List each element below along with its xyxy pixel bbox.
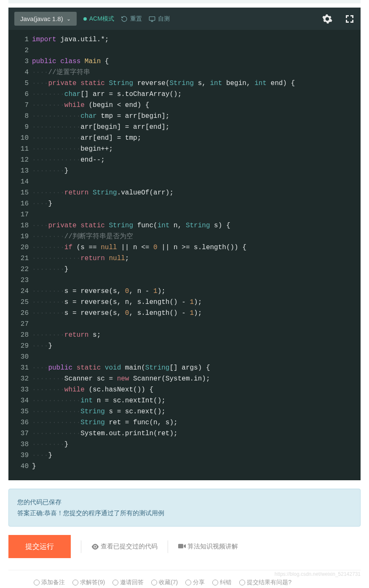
code-line[interactable]: import java.util.*; bbox=[32, 34, 361, 45]
code-area[interactable]: 1234567891011121314151617181920212223242… bbox=[8, 30, 361, 480]
code-line[interactable]: ········if (s == null || n <= 0 || n >= … bbox=[32, 242, 361, 253]
code-line[interactable]: ········} bbox=[32, 165, 361, 176]
line-number: 15 bbox=[15, 187, 29, 198]
selftest-button[interactable]: 自测 bbox=[149, 15, 170, 23]
code-content[interactable]: import java.util.*;public class Main {··… bbox=[32, 34, 361, 472]
mode-label: ACM模式 bbox=[89, 15, 114, 23]
separator bbox=[81, 540, 81, 553]
code-line[interactable]: ············char tmp = arr[begin]; bbox=[32, 111, 361, 122]
code-line[interactable]: ············return null; bbox=[32, 253, 361, 264]
language-dropdown[interactable]: Java(javac 1.8) ⌄ bbox=[14, 12, 77, 26]
code-line[interactable]: ········while (sc.hasNext()) { bbox=[32, 384, 361, 395]
code-line[interactable]: ········s = reverse(s, 0, n - 1); bbox=[32, 286, 361, 297]
foot-answer[interactable]: 求解答(9) bbox=[72, 579, 105, 586]
line-number: 10 bbox=[15, 133, 29, 144]
watermark: https://blog.csdn.net/weixin_52142731 bbox=[275, 571, 361, 577]
code-line[interactable] bbox=[32, 176, 361, 187]
reset-label: 重置 bbox=[130, 15, 142, 23]
line-number: 34 bbox=[15, 395, 29, 406]
code-line[interactable] bbox=[32, 209, 361, 220]
foot-err[interactable]: 纠错 bbox=[212, 579, 232, 586]
code-line[interactable]: ····} bbox=[32, 341, 361, 351]
code-line[interactable] bbox=[32, 45, 361, 56]
gear-icon[interactable] bbox=[322, 13, 333, 24]
code-line[interactable]: ········s = reverse(s, n, s.length() - 1… bbox=[32, 297, 361, 308]
reset-button[interactable]: 重置 bbox=[121, 15, 142, 23]
code-line[interactable]: ········char[] arr = s.toCharArray(); bbox=[32, 89, 361, 100]
code-line[interactable]: ········s = reverse(s, 0, s.length() - 1… bbox=[32, 308, 361, 319]
footer-actions: 添加备注 求解答(9) 邀请回答 收藏(7) 分享 纠错 提交结果有问题? bbox=[0, 579, 369, 588]
code-line[interactable]: ········return s; bbox=[32, 330, 361, 341]
line-number: 12 bbox=[15, 154, 29, 165]
code-line[interactable]: ····private static String func(int n, St… bbox=[32, 220, 361, 231]
code-line[interactable]: ············int n = sc.nextInt(); bbox=[32, 395, 361, 406]
circle-icon bbox=[34, 580, 40, 585]
code-line[interactable]: ············System.out.println(ret); bbox=[32, 428, 361, 439]
line-number: 16 bbox=[15, 198, 29, 209]
fullscreen-icon[interactable] bbox=[345, 14, 355, 24]
code-line[interactable]: ············arr[begin] = arr[end]; bbox=[32, 122, 361, 133]
code-line[interactable]: ········} bbox=[32, 439, 361, 450]
history-label: 查看已提交过的代码 bbox=[101, 543, 158, 551]
code-line[interactable]: ········//判断字符串是否为空 bbox=[32, 231, 361, 242]
code-line[interactable]: ········return String.valueOf(arr); bbox=[32, 187, 361, 198]
language-label: Java(javac 1.8) bbox=[20, 15, 63, 22]
code-line[interactable]: ············begin++; bbox=[32, 144, 361, 154]
line-number: 28 bbox=[15, 330, 29, 341]
line-number: 20 bbox=[15, 242, 29, 253]
reset-icon bbox=[121, 16, 128, 22]
line-number: 18 bbox=[15, 220, 29, 231]
code-line[interactable]: ········Scanner sc = new Scanner(System.… bbox=[32, 373, 361, 384]
line-number: 19 bbox=[15, 231, 29, 242]
foot-share[interactable]: 分享 bbox=[185, 579, 205, 586]
line-number: 39 bbox=[15, 450, 29, 461]
chevron-down-icon: ⌄ bbox=[67, 16, 71, 22]
alert-line2: 答案正确:恭喜！您提交的程序通过了所有的测试用例 bbox=[17, 508, 352, 519]
line-number: 1 bbox=[15, 34, 29, 45]
bottom-bar: 提交运行 查看已提交过的代码 算法知识视频讲解 bbox=[8, 535, 361, 570]
code-line[interactable]: ············end--; bbox=[32, 154, 361, 165]
foot-note[interactable]: 添加备注 bbox=[34, 579, 65, 586]
code-line[interactable] bbox=[32, 351, 361, 362]
code-line[interactable]: ····private static String reverse(String… bbox=[32, 78, 361, 89]
circle-icon bbox=[112, 580, 118, 585]
code-line[interactable]: ········} bbox=[32, 264, 361, 275]
separator bbox=[168, 540, 168, 553]
code-line[interactable]: ········while (begin < end) { bbox=[32, 100, 361, 111]
code-line[interactable]: ············String s = sc.next(); bbox=[32, 406, 361, 417]
line-number: 33 bbox=[15, 384, 29, 395]
code-line[interactable]: ····} bbox=[32, 450, 361, 461]
code-line[interactable]: ············String ret = func(n, s); bbox=[32, 417, 361, 428]
line-gutter: 1234567891011121314151617181920212223242… bbox=[8, 34, 32, 472]
top-strip bbox=[8, 0, 361, 3]
line-number: 4 bbox=[15, 67, 29, 78]
mode-indicator[interactable]: ACM模式 bbox=[83, 15, 114, 23]
foot-fav[interactable]: 收藏(7) bbox=[151, 579, 178, 586]
code-line[interactable]: ····//逆置字符串 bbox=[32, 67, 361, 78]
line-number: 6 bbox=[15, 89, 29, 100]
code-line[interactable]: } bbox=[32, 461, 361, 472]
selftest-label: 自测 bbox=[158, 15, 170, 23]
code-line[interactable] bbox=[32, 319, 361, 330]
video-label: 算法知识视频讲解 bbox=[187, 543, 238, 551]
code-line[interactable]: ····} bbox=[32, 198, 361, 209]
code-line[interactable] bbox=[32, 275, 361, 286]
line-number: 23 bbox=[15, 275, 29, 286]
line-number: 14 bbox=[15, 176, 29, 187]
foot-invite[interactable]: 邀请回答 bbox=[112, 579, 144, 586]
monitor-icon bbox=[149, 16, 155, 22]
history-link[interactable]: 查看已提交过的代码 bbox=[91, 543, 158, 551]
line-number: 8 bbox=[15, 111, 29, 122]
video-link[interactable]: 算法知识视频讲解 bbox=[178, 543, 238, 551]
line-number: 36 bbox=[15, 417, 29, 428]
circle-icon bbox=[185, 580, 191, 585]
code-line[interactable]: ············arr[end] = tmp; bbox=[32, 133, 361, 144]
line-number: 17 bbox=[15, 209, 29, 220]
code-line[interactable]: ····public static void main(String[] arg… bbox=[32, 362, 361, 373]
result-alert: 您的代码已保存 答案正确:恭喜！您提交的程序通过了所有的测试用例 bbox=[8, 489, 361, 527]
foot-issue[interactable]: 提交结果有问题? bbox=[239, 579, 291, 586]
code-line[interactable]: public class Main { bbox=[32, 56, 361, 67]
submit-button[interactable]: 提交运行 bbox=[8, 535, 71, 558]
svg-rect-1 bbox=[178, 544, 183, 548]
line-number: 38 bbox=[15, 439, 29, 450]
